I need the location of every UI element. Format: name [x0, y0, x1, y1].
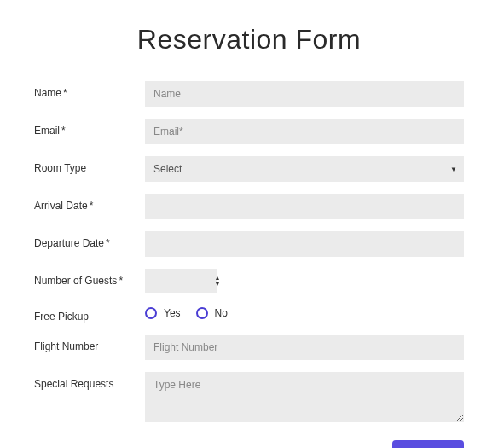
submit-button[interactable]: Submit [392, 440, 464, 448]
submit-row: Submit [34, 440, 464, 448]
room-type-select[interactable]: Select [145, 156, 464, 182]
email-input[interactable] [145, 119, 464, 144]
label-pickup: Free Pickup [34, 305, 145, 323]
label-arrival: Arrival Date* [34, 194, 145, 212]
label-departure: Departure Date* [34, 231, 145, 249]
row-departure: Departure Date* [34, 231, 464, 257]
label-flight: Flight Number [34, 335, 145, 352]
label-guests: Number of Guests* [34, 269, 145, 287]
name-input[interactable] [145, 81, 464, 107]
pickup-yes-label: Yes [164, 307, 181, 319]
pickup-no-radio[interactable]: No [196, 307, 228, 319]
arrival-date-input[interactable] [145, 194, 464, 219]
row-guests: Number of Guests* ▲ ▼ [34, 269, 464, 293]
row-name: Name* [34, 81, 464, 107]
row-email: Email* [34, 119, 464, 144]
pickup-yes-radio[interactable]: Yes [145, 307, 181, 319]
special-requests-textarea[interactable] [145, 372, 464, 422]
reservation-form: Name* Email* Room Type Select ▼ Arrival … [34, 81, 464, 448]
label-room-type: Room Type [34, 156, 145, 174]
departure-date-input[interactable] [145, 231, 464, 257]
row-pickup: Free Pickup Yes No [34, 305, 464, 323]
pickup-no-label: No [215, 307, 228, 319]
label-special: Special Requests [34, 372, 145, 390]
step-up-icon[interactable]: ▲ [213, 275, 222, 281]
flight-number-input[interactable] [145, 335, 464, 360]
page-title: Reservation Form [34, 24, 464, 55]
row-arrival: Arrival Date* [34, 194, 464, 219]
row-room-type: Room Type Select ▼ [34, 156, 464, 182]
label-name: Name* [34, 81, 145, 99]
step-down-icon[interactable]: ▼ [213, 281, 222, 287]
radio-icon [145, 307, 157, 319]
row-flight: Flight Number [34, 335, 464, 360]
label-email: Email* [34, 119, 145, 137]
row-special: Special Requests [34, 372, 464, 425]
guests-stepper: ▲ ▼ [213, 269, 222, 293]
radio-icon [196, 307, 208, 319]
guests-input[interactable] [145, 269, 217, 293]
